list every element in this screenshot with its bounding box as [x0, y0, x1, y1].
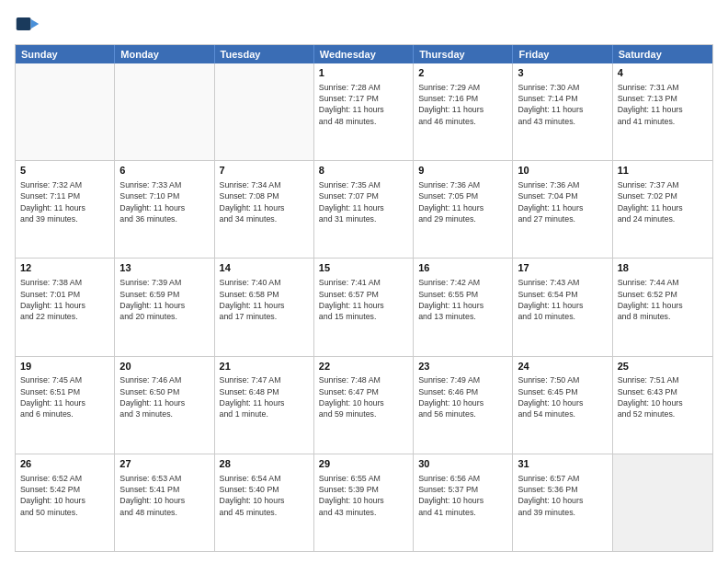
cell-text: Sunrise: 7:37 AM Sunset: 7:02 PM Dayligh… [618, 179, 708, 224]
day-number: 24 [518, 360, 607, 373]
cell-text: Sunrise: 7:41 AM Sunset: 6:57 PM Dayligh… [319, 277, 408, 322]
cal-cell [215, 63, 314, 160]
cell-text: Sunrise: 7:40 AM Sunset: 6:58 PM Dayligh… [220, 277, 309, 322]
day-number: 14 [220, 261, 309, 275]
cell-text: Sunrise: 7:49 AM Sunset: 6:46 PM Dayligh… [418, 374, 507, 419]
day-number: 10 [518, 164, 607, 178]
cal-cell: 17Sunrise: 7:43 AM Sunset: 6:54 PM Dayli… [513, 259, 612, 355]
cell-text: Sunrise: 7:43 AM Sunset: 6:54 PM Dayligh… [518, 277, 607, 322]
day-number: 5 [20, 164, 109, 178]
cal-cell [613, 454, 712, 551]
cal-cell: 5Sunrise: 7:32 AM Sunset: 7:11 PM Daylig… [16, 161, 115, 258]
calendar-body: 1Sunrise: 7:28 AM Sunset: 7:17 PM Daylig… [16, 63, 712, 551]
svg-marker-1 [31, 19, 40, 29]
cal-cell: 28Sunrise: 6:54 AM Sunset: 5:40 PM Dayli… [215, 454, 314, 551]
cell-text: Sunrise: 6:53 AM Sunset: 5:41 PM Dayligh… [119, 473, 209, 518]
cell-text: Sunrise: 7:38 AM Sunset: 7:01 PM Dayligh… [20, 277, 109, 322]
cal-row-4: 19Sunrise: 7:45 AM Sunset: 6:51 PM Dayli… [16, 357, 712, 454]
cell-text: Sunrise: 7:31 AM Sunset: 7:13 PM Dayligh… [618, 82, 708, 127]
cell-text: Sunrise: 7:29 AM Sunset: 7:16 PM Dayligh… [418, 82, 507, 127]
cell-text: Sunrise: 7:34 AM Sunset: 7:08 PM Dayligh… [220, 179, 309, 224]
cal-cell: 11Sunrise: 7:37 AM Sunset: 7:02 PM Dayli… [613, 161, 712, 258]
weekday-header-friday: Friday [513, 45, 612, 63]
day-number: 4 [618, 66, 708, 80]
cal-cell: 26Sunrise: 6:52 AM Sunset: 5:42 PM Dayli… [16, 454, 115, 551]
cal-row-3: 12Sunrise: 7:38 AM Sunset: 7:01 PM Dayli… [16, 259, 712, 356]
day-number: 3 [518, 66, 607, 80]
cell-text: Sunrise: 7:46 AM Sunset: 6:50 PM Dayligh… [119, 374, 209, 419]
weekday-header-thursday: Thursday [414, 45, 513, 63]
cal-row-2: 5Sunrise: 7:32 AM Sunset: 7:11 PM Daylig… [16, 161, 712, 259]
cal-cell: 3Sunrise: 7:30 AM Sunset: 7:14 PM Daylig… [513, 63, 612, 160]
calendar: SundayMondayTuesdayWednesdayThursdayFrid… [15, 44, 713, 552]
cal-cell: 6Sunrise: 7:33 AM Sunset: 7:10 PM Daylig… [115, 161, 214, 258]
cell-text: Sunrise: 7:28 AM Sunset: 7:17 PM Dayligh… [319, 82, 408, 127]
cal-row-1: 1Sunrise: 7:28 AM Sunset: 7:17 PM Daylig… [16, 63, 712, 161]
day-number: 19 [20, 360, 109, 373]
cal-cell: 23Sunrise: 7:49 AM Sunset: 6:46 PM Dayli… [414, 357, 513, 454]
header [15, 11, 713, 37]
cal-cell: 18Sunrise: 7:44 AM Sunset: 6:52 PM Dayli… [613, 259, 712, 355]
day-number: 7 [220, 164, 309, 178]
cell-text: Sunrise: 7:35 AM Sunset: 7:07 PM Dayligh… [319, 179, 408, 224]
cal-cell: 8Sunrise: 7:35 AM Sunset: 7:07 PM Daylig… [314, 161, 414, 258]
day-number: 22 [319, 360, 408, 373]
cal-cell: 1Sunrise: 7:28 AM Sunset: 7:17 PM Daylig… [314, 63, 414, 160]
cal-cell: 12Sunrise: 7:38 AM Sunset: 7:01 PM Dayli… [16, 259, 115, 355]
cal-cell: 25Sunrise: 7:51 AM Sunset: 6:43 PM Dayli… [613, 357, 712, 454]
cell-text: Sunrise: 6:54 AM Sunset: 5:40 PM Dayligh… [220, 473, 309, 518]
cell-text: Sunrise: 7:30 AM Sunset: 7:14 PM Dayligh… [518, 82, 607, 127]
weekday-header-saturday: Saturday [613, 45, 712, 63]
day-number: 1 [319, 66, 408, 80]
day-number: 12 [20, 261, 109, 275]
cal-cell: 13Sunrise: 7:39 AM Sunset: 6:59 PM Dayli… [115, 259, 214, 355]
day-number: 16 [418, 261, 507, 275]
cal-cell [115, 63, 214, 160]
cal-cell: 20Sunrise: 7:46 AM Sunset: 6:50 PM Dayli… [115, 357, 214, 454]
logo-icon [15, 11, 40, 37]
cell-text: Sunrise: 7:47 AM Sunset: 6:48 PM Dayligh… [220, 374, 309, 419]
cell-text: Sunrise: 6:52 AM Sunset: 5:42 PM Dayligh… [20, 473, 109, 518]
cell-text: Sunrise: 6:55 AM Sunset: 5:39 PM Dayligh… [319, 473, 408, 518]
cell-text: Sunrise: 7:36 AM Sunset: 7:05 PM Dayligh… [418, 179, 507, 224]
cal-cell: 31Sunrise: 6:57 AM Sunset: 5:36 PM Dayli… [513, 454, 612, 551]
cal-row-5: 26Sunrise: 6:52 AM Sunset: 5:42 PM Dayli… [16, 454, 712, 551]
cell-text: Sunrise: 7:32 AM Sunset: 7:11 PM Dayligh… [20, 179, 109, 224]
cal-cell: 22Sunrise: 7:48 AM Sunset: 6:47 PM Dayli… [314, 357, 414, 454]
day-number: 8 [319, 164, 408, 178]
day-number: 30 [418, 457, 507, 471]
calendar-header: SundayMondayTuesdayWednesdayThursdayFrid… [16, 45, 712, 63]
cell-text: Sunrise: 7:36 AM Sunset: 7:04 PM Dayligh… [518, 179, 607, 224]
svg-rect-0 [17, 17, 31, 30]
day-number: 18 [618, 261, 708, 275]
weekday-header-wednesday: Wednesday [314, 45, 414, 63]
cal-cell: 14Sunrise: 7:40 AM Sunset: 6:58 PM Dayli… [215, 259, 314, 355]
day-number: 26 [20, 457, 109, 471]
day-number: 2 [418, 66, 507, 80]
cal-cell: 16Sunrise: 7:42 AM Sunset: 6:55 PM Dayli… [414, 259, 513, 355]
day-number: 9 [418, 164, 507, 178]
cell-text: Sunrise: 7:33 AM Sunset: 7:10 PM Dayligh… [119, 179, 209, 224]
day-number: 17 [518, 261, 607, 275]
cell-text: Sunrise: 7:50 AM Sunset: 6:45 PM Dayligh… [518, 374, 607, 419]
cal-cell: 24Sunrise: 7:50 AM Sunset: 6:45 PM Dayli… [513, 357, 612, 454]
weekday-header-sunday: Sunday [16, 45, 115, 63]
cal-cell [16, 63, 115, 160]
cell-text: Sunrise: 7:44 AM Sunset: 6:52 PM Dayligh… [618, 277, 708, 322]
day-number: 13 [119, 261, 209, 275]
cell-text: Sunrise: 7:48 AM Sunset: 6:47 PM Dayligh… [319, 374, 408, 419]
weekday-header-tuesday: Tuesday [215, 45, 314, 63]
cell-text: Sunrise: 6:57 AM Sunset: 5:36 PM Dayligh… [518, 473, 607, 518]
cal-cell: 30Sunrise: 6:56 AM Sunset: 5:37 PM Dayli… [414, 454, 513, 551]
cal-cell: 7Sunrise: 7:34 AM Sunset: 7:08 PM Daylig… [215, 161, 314, 258]
day-number: 29 [319, 457, 408, 471]
cell-text: Sunrise: 7:39 AM Sunset: 6:59 PM Dayligh… [119, 277, 209, 322]
weekday-header-monday: Monday [115, 45, 214, 63]
cal-cell: 29Sunrise: 6:55 AM Sunset: 5:39 PM Dayli… [314, 454, 414, 551]
cell-text: Sunrise: 6:56 AM Sunset: 5:37 PM Dayligh… [418, 473, 507, 518]
cal-cell: 9Sunrise: 7:36 AM Sunset: 7:05 PM Daylig… [414, 161, 513, 258]
cal-cell: 4Sunrise: 7:31 AM Sunset: 7:13 PM Daylig… [613, 63, 712, 160]
day-number: 15 [319, 261, 408, 275]
cell-text: Sunrise: 7:42 AM Sunset: 6:55 PM Dayligh… [418, 277, 507, 322]
cal-cell: 15Sunrise: 7:41 AM Sunset: 6:57 PM Dayli… [314, 259, 414, 355]
